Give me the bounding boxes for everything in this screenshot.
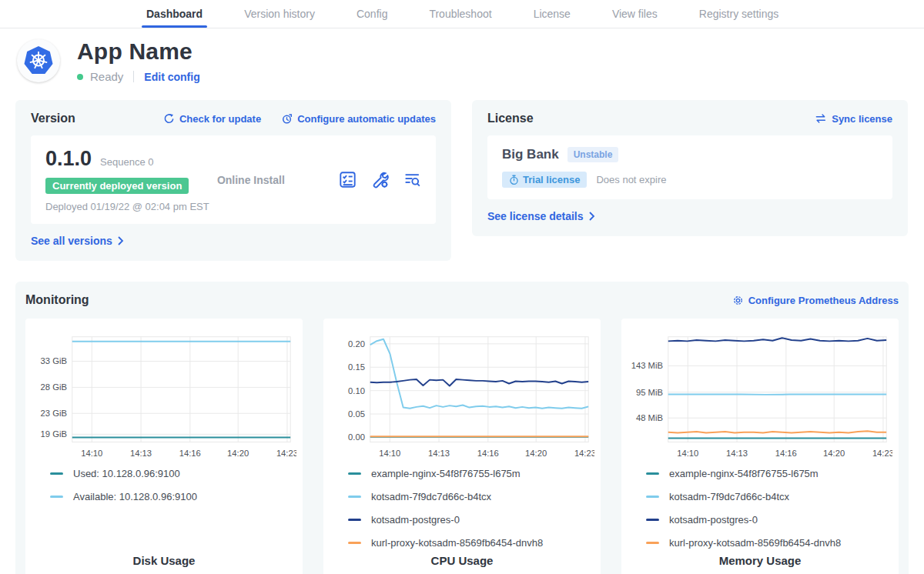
tab-registry-settings[interactable]: Registry settings (699, 0, 778, 28)
svg-text:14:13: 14:13 (428, 449, 450, 458)
preflight-checks-icon[interactable] (339, 171, 357, 189)
svg-text:14:16: 14:16 (179, 449, 201, 458)
page-title: App Name (77, 38, 200, 65)
chevron-right-icon (117, 236, 124, 245)
see-license-details-link[interactable]: See license details (487, 210, 595, 222)
memory-usage-legend: example-nginx-54f8f76755-l675mkotsadm-7f… (646, 468, 892, 554)
stopwatch-icon (509, 175, 519, 185)
version-number: 0.1.0 (45, 147, 92, 171)
status-badge: Ready (90, 70, 123, 83)
disk-usage-panel: 19 GiB23 GiB28 GiB33 GiB14:1014:1314:161… (25, 319, 303, 574)
chevron-right-icon (588, 212, 595, 221)
edit-config-link[interactable]: Edit config (144, 71, 199, 83)
legend-label: example-nginx-54f8f76755-l675m (669, 468, 819, 479)
legend-swatch (50, 496, 63, 498)
legend-item: Used: 10.128.0.96:9100 (50, 468, 296, 479)
current-version-panel: 0.1.0 Sequence 0 Currently deployed vers… (31, 135, 436, 224)
configure-prometheus-button[interactable]: Configure Prometheus Address (732, 295, 899, 306)
legend-label: kurl-proxy-kotsadm-8569fb6454-dnvh8 (669, 537, 841, 549)
gear-icon (732, 295, 744, 306)
monitoring-card: Monitoring Configure Prometheus Address … (15, 282, 909, 574)
legend-label: kurl-proxy-kotsadm-8569fb6454-dnvh8 (371, 537, 543, 549)
disk-usage-title: Disk Usage (32, 554, 296, 573)
svg-text:0.00: 0.00 (348, 432, 365, 442)
cpu-usage-legend: example-nginx-54f8f76755-l675mkotsadm-7f… (348, 468, 594, 554)
deployed-timestamp: Deployed 01/19/22 @ 02:04 pm EST (45, 201, 209, 212)
svg-text:19 GiB: 19 GiB (41, 429, 67, 439)
legend-swatch (646, 542, 659, 544)
legend-swatch (348, 496, 361, 498)
legend-label: kotsadm-7f9dc7d66c-b4tcx (371, 491, 491, 502)
legend-swatch (348, 542, 361, 544)
legend-swatch (646, 519, 659, 521)
svg-text:14:23: 14:23 (574, 449, 594, 458)
legend-item: example-nginx-54f8f76755-l675m (348, 468, 594, 479)
memory-usage-plot: 48 MiB95 MiB143 MiB14:1014:1314:1614:201… (628, 328, 892, 463)
tab-view-files[interactable]: View files (612, 0, 658, 28)
sync-icon (815, 113, 827, 124)
tab-version-history[interactable]: Version history (244, 0, 315, 28)
configure-automatic-updates-button[interactable]: Configure automatic updates (281, 113, 436, 125)
legend-item: Available: 10.128.0.96:9100 (50, 491, 296, 502)
license-panel: Big Bank Unstable Trial license Does not… (487, 135, 892, 199)
memory-usage-panel: 48 MiB95 MiB143 MiB14:1014:1314:1614:201… (621, 319, 899, 574)
svg-text:0.10: 0.10 (348, 386, 365, 395)
license-card-title: License (487, 112, 534, 125)
see-all-versions-link[interactable]: See all versions (31, 235, 124, 247)
disk-usage-plot: 19 GiB23 GiB28 GiB33 GiB14:1014:1314:161… (32, 328, 296, 463)
cpu-usage-panel: 0.000.050.100.150.2014:1014:1314:1614:20… (323, 319, 601, 574)
svg-text:0.05: 0.05 (348, 409, 365, 419)
version-card: Version Check for update Configure au (15, 100, 451, 261)
top-nav: DashboardVersion historyConfigTroublesho… (0, 0, 924, 28)
legend-label: kotsadm-postgres-0 (371, 514, 460, 526)
trial-license-badge: Trial license (502, 172, 587, 188)
cpu-usage-title: CPU Usage (330, 554, 594, 573)
app-header: App Name Ready Edit config (0, 28, 924, 88)
legend-item: kurl-proxy-kotsadm-8569fb6454-dnvh8 (646, 537, 892, 549)
legend-label: Used: 10.128.0.96:9100 (73, 468, 180, 479)
app-logo (17, 39, 60, 82)
svg-text:14:10: 14:10 (379, 449, 400, 458)
legend-swatch (646, 496, 659, 498)
legend-label: kotsadm-postgres-0 (669, 514, 758, 526)
svg-text:14:16: 14:16 (477, 449, 499, 458)
legend-swatch (348, 472, 361, 475)
legend-swatch (646, 472, 659, 475)
svg-text:23 GiB: 23 GiB (41, 409, 67, 418)
refresh-icon (163, 113, 175, 125)
monitoring-title: Monitoring (25, 293, 89, 307)
svg-text:14:10: 14:10 (81, 449, 102, 458)
tab-dashboard[interactable]: Dashboard (146, 0, 203, 28)
svg-text:95 MiB: 95 MiB (636, 388, 663, 397)
disk-usage-legend: Used: 10.128.0.96:9100Available: 10.128.… (50, 468, 296, 554)
license-card: License Sync license Big Bank Unstable (472, 100, 908, 236)
status-dot (77, 74, 83, 80)
legend-label: example-nginx-54f8f76755-l675m (371, 468, 521, 479)
svg-text:0.20: 0.20 (348, 339, 365, 349)
svg-text:28 GiB: 28 GiB (41, 382, 67, 392)
license-expiry: Does not expire (596, 174, 666, 185)
legend-swatch (50, 472, 63, 475)
svg-text:14:16: 14:16 (775, 449, 797, 458)
memory-usage-title: Memory Usage (628, 554, 892, 573)
svg-text:33 GiB: 33 GiB (41, 356, 67, 365)
sequence-label: Sequence 0 (100, 156, 153, 168)
legend-item: kotsadm-7f9dc7d66c-b4tcx (646, 491, 892, 502)
tab-troubleshoot[interactable]: Troubleshoot (429, 0, 491, 28)
cards-row: Version Check for update Configure au (0, 100, 924, 261)
sync-license-button[interactable]: Sync license (815, 113, 892, 125)
tab-config[interactable]: Config (357, 0, 387, 28)
edit-config-icon[interactable] (371, 171, 389, 189)
tab-license[interactable]: License (534, 0, 571, 28)
legend-item: kotsadm-postgres-0 (646, 514, 892, 526)
view-logs-icon[interactable] (403, 171, 421, 189)
charts-row: 19 GiB23 GiB28 GiB33 GiB14:1014:1314:161… (25, 319, 899, 574)
license-name: Big Bank (502, 147, 559, 162)
cpu-usage-plot: 0.000.050.100.150.2014:1014:1314:1614:20… (330, 328, 594, 463)
svg-text:48 MiB: 48 MiB (636, 413, 663, 422)
legend-label: Available: 10.128.0.96:9100 (73, 491, 197, 502)
svg-text:14:13: 14:13 (130, 449, 152, 458)
legend-item: kotsadm-7f9dc7d66c-b4tcx (348, 491, 594, 502)
legend-item: kotsadm-postgres-0 (348, 514, 594, 526)
check-for-update-button[interactable]: Check for update (163, 113, 261, 125)
